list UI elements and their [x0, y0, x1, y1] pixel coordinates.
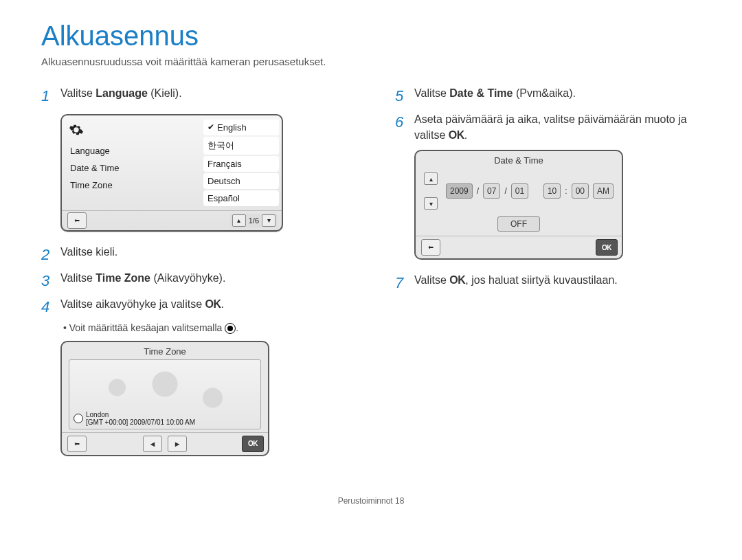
step-number: 5 [395, 85, 407, 107]
page-subtitle: Alkuasennusruudussa voit määrittää kamer… [41, 56, 701, 67]
dst-sun-icon[interactable] [74, 414, 83, 423]
nav-right-button[interactable]: ▸ [168, 436, 187, 452]
lang-option-francais[interactable]: Français [203, 156, 279, 172]
month-field[interactable]: 07 [483, 183, 500, 199]
step-text: Aseta päivämäärä ja aika, valitse päiväm… [414, 111, 701, 143]
value-down-button[interactable]: ▾ [424, 197, 438, 210]
minute-field[interactable]: 00 [572, 183, 589, 199]
menu-item-datetime[interactable]: Date & Time [62, 159, 201, 177]
back-button[interactable] [67, 436, 87, 452]
ampm-field[interactable]: AM [593, 183, 614, 199]
step-number: 1 [41, 85, 54, 107]
language-panel: Language Date & Time Time Zone English 한… [60, 114, 283, 232]
time-separator: : [565, 186, 567, 196]
dst-sun-icon [225, 323, 236, 334]
step-5: 5 Valitse Date & Time (Pvm&aika). [395, 85, 701, 107]
page-up-button[interactable]: ▴ [232, 214, 246, 227]
left-column: 1 Valitse Language (Kieli). Language Dat… [41, 81, 347, 469]
timezone-map[interactable]: London [GMT +00:00] 2009/07/01 10:00 AM [69, 359, 261, 429]
step-number: 3 [41, 270, 54, 292]
back-icon [73, 440, 81, 448]
step-text: Valitse Date & Time (Pvm&aika). [414, 85, 576, 107]
page-title: Alkuasennus [41, 21, 701, 52]
ok-icon: OK [449, 274, 465, 286]
right-column: 5 Valitse Date & Time (Pvm&aika). 6 Aset… [395, 81, 701, 469]
step-text: Valitse OK, jos haluat siirtyä kuvaustil… [414, 272, 618, 294]
year-field[interactable]: 2009 [446, 183, 473, 199]
datetime-title: Date & Time [416, 151, 622, 166]
step-2: 2 Valitse kieli. [41, 244, 347, 266]
step-text: Valitse Language (Kieli). [60, 85, 182, 107]
nav-left-button[interactable]: ◂ [143, 436, 162, 452]
value-up-button[interactable]: ▴ [424, 172, 438, 185]
step-4: 4 Valitse aikavyöhyke ja valitse OK. [41, 296, 347, 318]
ok-icon: OK [449, 129, 464, 141]
step-number: 6 [395, 111, 407, 143]
lang-option-espanol[interactable]: Español [203, 190, 279, 206]
day-field[interactable]: 01 [511, 183, 528, 199]
step-4-bullet: • Voit määrittää kesäajan valitsemalla . [63, 322, 347, 334]
back-button[interactable] [67, 212, 87, 229]
step-text: Valitse Time Zone (Aikavyöhyke). [60, 270, 225, 292]
step-7: 7 Valitse OK, jos haluat siirtyä kuvaust… [395, 272, 701, 294]
step-1: 1 Valitse Language (Kieli). [41, 85, 347, 107]
step-number: 7 [395, 272, 407, 294]
menu-item-language[interactable]: Language [62, 142, 201, 159]
timezone-panel: Time Zone London [GMT +00:00] 2009/07/01… [60, 341, 269, 456]
lang-option-deutsch[interactable]: Deutsch [203, 173, 279, 189]
date-separator: / [504, 186, 506, 196]
step-number: 2 [41, 244, 54, 266]
pager: ▴ 1/6 ▾ [230, 214, 278, 227]
off-button[interactable]: OFF [497, 216, 540, 232]
back-icon [427, 243, 435, 251]
step-6: 6 Aseta päivämäärä ja aika, valitse päiv… [395, 111, 701, 143]
gear-icon [69, 122, 84, 137]
page-indicator: 1/6 [249, 216, 259, 225]
ok-button[interactable]: OK [596, 239, 618, 256]
step-3: 3 Valitse Time Zone (Aikavyöhyke). [41, 270, 347, 292]
lang-option-english[interactable]: English [203, 120, 279, 135]
timezone-title: Time Zone [62, 346, 268, 357]
hour-field[interactable]: 10 [543, 183, 561, 199]
lang-option-korean[interactable]: 한국어 [203, 137, 279, 155]
date-separator: / [477, 186, 479, 196]
page-footer: Perustoiminnot 18 [41, 496, 701, 506]
back-button[interactable] [421, 239, 440, 256]
ok-icon: OK [205, 298, 221, 310]
datetime-panel: Date & Time ▴ ▾ 2009 / 07 / 01 10 [414, 150, 623, 260]
step-text: Valitse kieli. [60, 244, 117, 266]
page-down-button[interactable]: ▾ [262, 214, 276, 227]
back-icon [73, 216, 81, 225]
timezone-info: London [GMT +00:00] 2009/07/01 10:00 AM [74, 411, 195, 426]
step-number: 4 [41, 296, 54, 318]
step-text: Valitse aikavyöhyke ja valitse OK. [60, 296, 224, 318]
datetime-off: OFF [424, 219, 614, 229]
menu-item-timezone[interactable]: Time Zone [62, 177, 201, 194]
ok-button[interactable]: OK [242, 436, 264, 452]
